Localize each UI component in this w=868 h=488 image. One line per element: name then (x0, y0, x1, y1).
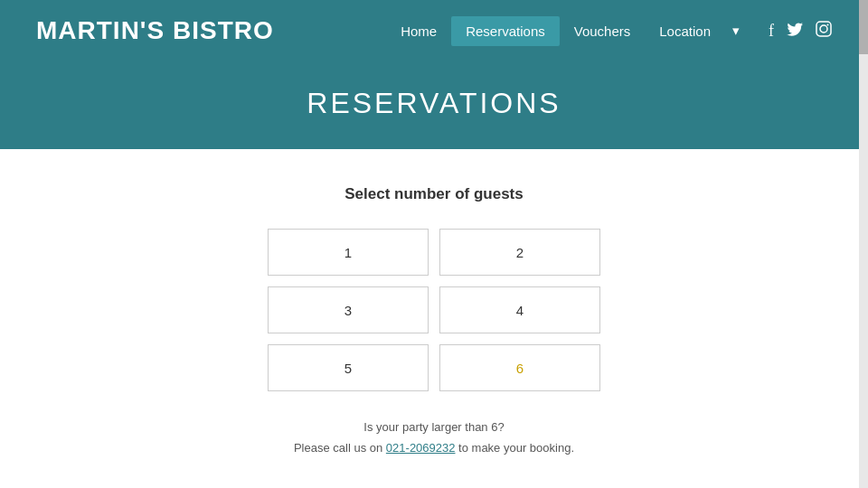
guest-grid: 1 2 3 4 5 6 (268, 229, 600, 391)
hero-title: RESERVATIONS (0, 87, 868, 120)
site-title: MARTIN'S BISTRO (36, 16, 274, 45)
section-label: Select number of guests (344, 185, 523, 203)
guest-btn-4[interactable]: 4 (439, 286, 600, 333)
social-links: f (769, 21, 832, 42)
nav-more-dropdown[interactable]: ▾ (725, 15, 747, 46)
scrollbar-track (859, 0, 868, 488)
nav-home[interactable]: Home (386, 16, 451, 46)
nav-location[interactable]: Location (645, 16, 725, 46)
main-nav: Home Reservations Vouchers Location ▾ (386, 15, 747, 46)
guest-btn-1[interactable]: 1 (268, 229, 429, 276)
svg-point-1 (820, 25, 827, 33)
instagram-icon[interactable] (816, 21, 832, 42)
guest-btn-6[interactable]: 6 (439, 344, 600, 391)
svg-point-2 (827, 23, 829, 25)
scrollbar-thumb[interactable] (859, 0, 868, 54)
footer-line1: Is your party larger than 6? (294, 417, 574, 437)
footer-phone[interactable]: 021-2069232 (386, 441, 456, 455)
twitter-icon[interactable] (787, 22, 803, 41)
footer-line2: Please call us on 021-2069232 to make yo… (294, 437, 574, 458)
footer-suffix: to make your booking. (456, 441, 575, 455)
nav-reservations[interactable]: Reservations (451, 16, 560, 46)
hero-banner: RESERVATIONS (0, 61, 868, 149)
facebook-icon[interactable]: f (769, 22, 774, 41)
guest-btn-5[interactable]: 5 (268, 344, 429, 391)
header: MARTIN'S BISTRO Home Reservations Vouche… (0, 0, 868, 61)
main-content: Select number of guests 1 2 3 4 5 6 Is y… (0, 149, 868, 486)
footer-prefix: Please call us on (294, 441, 386, 455)
guest-btn-3[interactable]: 3 (268, 286, 429, 333)
nav-vouchers[interactable]: Vouchers (560, 16, 646, 46)
svg-rect-0 (816, 22, 831, 36)
guest-btn-2[interactable]: 2 (439, 229, 600, 276)
footer-text: Is your party larger than 6? Please call… (294, 417, 574, 459)
